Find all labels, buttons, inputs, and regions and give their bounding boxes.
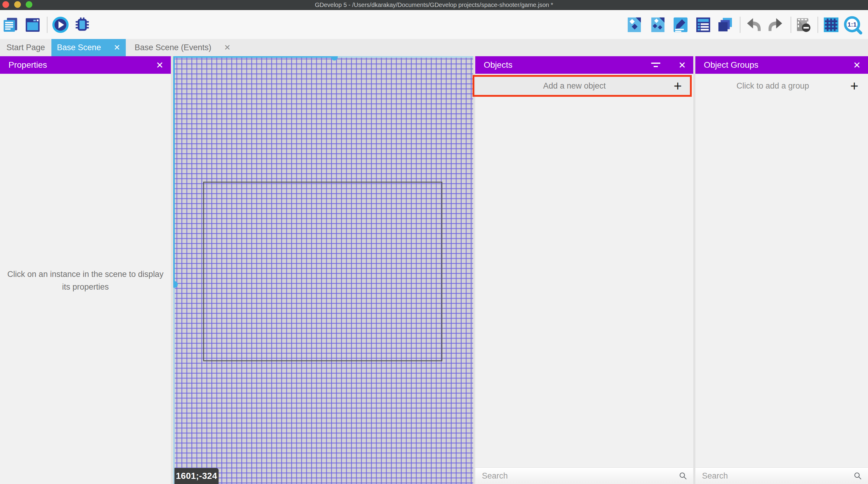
vertical-scrollbar[interactable]: [173, 56, 175, 284]
scene-window-icon[interactable]: [24, 16, 41, 34]
tab-base-scene[interactable]: Base Scene ✕: [52, 39, 126, 56]
zoom-level-label: 1:1: [847, 21, 857, 28]
tab-close-icon[interactable]: ✕: [114, 43, 120, 52]
tab-label: Start Page: [6, 43, 45, 52]
horizontal-scrollbar-thumb[interactable]: [331, 56, 338, 60]
toolbar-separator: [740, 17, 740, 33]
horizontal-scrollbar[interactable]: [334, 56, 473, 58]
add-new-object-button[interactable]: Add a new object +: [475, 77, 691, 95]
close-icon[interactable]: ✕: [156, 60, 163, 70]
properties-empty-message: Click on an instance in the scene to dis…: [0, 268, 171, 293]
objects-search-bar: [475, 467, 693, 484]
toolbar-separator: [47, 17, 48, 33]
add-group-button[interactable]: Click to add a group +: [695, 77, 866, 95]
search-icon[interactable]: [854, 472, 862, 480]
objects-editor-icon[interactable]: [625, 16, 643, 34]
objects-panel: Objects ✕ Add a new object +: [475, 56, 693, 484]
toolbar-separator: [817, 17, 818, 33]
layers-editor-icon[interactable]: [716, 16, 734, 34]
project-manager-icon[interactable]: [2, 16, 19, 34]
close-icon[interactable]: ✕: [853, 60, 861, 70]
panel-title: Objects: [484, 60, 651, 70]
horizontal-scrollbar[interactable]: [173, 56, 334, 58]
undo-icon[interactable]: [745, 16, 763, 34]
preview-play-icon[interactable]: [52, 16, 69, 34]
zoom-1to1-icon[interactable]: 1:1: [843, 15, 863, 35]
tab-label: Base Scene: [57, 43, 101, 52]
add-new-object-label: Add a new object: [475, 81, 674, 91]
cursor-coordinates-tooltip: 1601;-324: [175, 468, 219, 484]
search-icon[interactable]: [679, 472, 687, 480]
toolbar-separator: [790, 17, 791, 33]
tab-label: Base Scene (Events): [134, 43, 211, 52]
instances-list-icon[interactable]: [694, 16, 712, 34]
vertical-scrollbar[interactable]: [173, 284, 175, 484]
titlebar: GDevelop 5 - /Users/dkarakay/Documents/G…: [0, 0, 868, 10]
tab-bar: Start Page Base Scene ✕ Base Scene (Even…: [0, 39, 868, 56]
gdevelop-window: GDevelop 5 - /Users/dkarakay/Documents/G…: [0, 0, 868, 484]
scene-editor-canvas[interactable]: 1601;-324: [173, 56, 473, 484]
close-icon[interactable]: ✕: [678, 60, 686, 70]
panel-title: Object Groups: [704, 60, 853, 70]
game-window-bounds: [203, 182, 442, 361]
plus-icon[interactable]: +: [674, 80, 682, 92]
redo-icon[interactable]: [767, 16, 784, 34]
object-groups-panel: Object Groups ✕ Click to add a group +: [695, 56, 868, 484]
add-group-label: Click to add a group: [695, 81, 850, 91]
properties-panel-header: Properties ✕: [0, 56, 171, 74]
groups-search-bar: [695, 467, 868, 484]
window-mask-icon[interactable]: [795, 16, 812, 34]
properties-panel: Properties ✕ Click on an instance in the…: [0, 56, 171, 484]
toolbar: 1:1: [0, 10, 868, 39]
objects-panel-header: Objects ✕: [475, 56, 693, 74]
panel-title: Properties: [8, 60, 156, 70]
scene-properties-icon[interactable]: [672, 16, 689, 34]
object-groups-panel-header: Object Groups ✕: [695, 56, 868, 74]
window-title: GDevelop 5 - /Users/dkarakay/Documents/G…: [0, 0, 868, 10]
tab-start-page[interactable]: Start Page: [0, 39, 52, 56]
objects-search-input[interactable]: [475, 468, 669, 484]
debug-icon[interactable]: [73, 16, 91, 34]
tab-close-icon[interactable]: ✕: [224, 43, 231, 52]
filter-icon[interactable]: [651, 62, 660, 68]
plus-icon[interactable]: +: [850, 80, 858, 92]
groups-search-input[interactable]: [695, 468, 844, 484]
tab-base-scene-events[interactable]: Base Scene (Events) ✕: [126, 39, 240, 56]
toggle-grid-icon[interactable]: [823, 16, 840, 34]
vertical-scrollbar-thumb[interactable]: [173, 281, 178, 288]
object-groups-editor-icon[interactable]: [649, 16, 666, 34]
